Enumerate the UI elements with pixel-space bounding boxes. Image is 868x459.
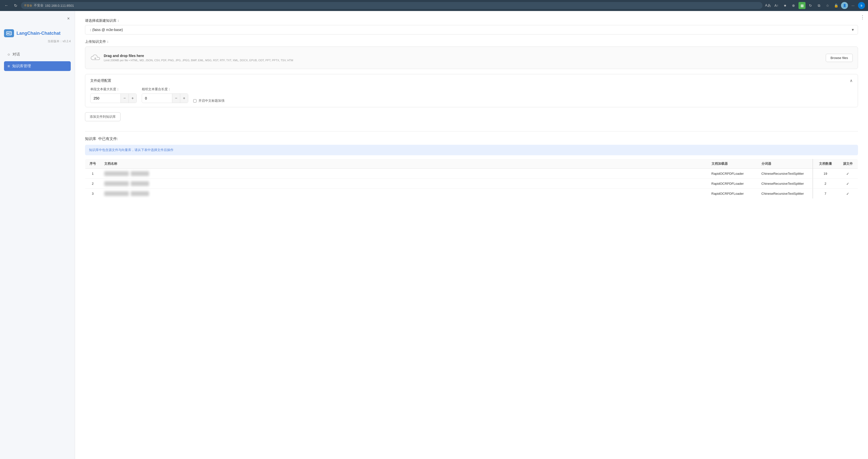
cell-name: XXXXXXXXXX XXXXXXX [100,179,708,189]
overlap-input-wrapper: − + [142,93,188,103]
max-length-input-wrapper: − + [90,93,137,103]
chinese-enhance-text: 开启中文标题加强 [198,98,224,103]
table-row[interactable]: 1 XXXXXXXXXX XXXXXXX RapidOCRPDFLoader C… [85,169,858,179]
profile-avatar[interactable]: 👤 [841,2,848,9]
section-divider [85,131,858,131]
cell-num: 1 [85,169,100,179]
source-checkmark: ✓ [846,172,849,176]
browser-actions: Aあ A↑ ★ ⊕ ▦ ↻ ⧉ ☆ 🔒 👤 ··· b [765,2,865,9]
add-to-kb-button[interactable]: 添加文件到知识库 [85,112,121,121]
lock-btn[interactable]: 🔒 [833,2,839,9]
extensions-btn[interactable]: ▦ [799,2,806,9]
config-collapse-button[interactable]: ∧ [850,78,853,83]
kb-icon: ≡ [7,64,10,68]
config-title: 文件处理配置 [90,79,111,83]
logo-icon [4,29,14,37]
source-checkmark: ✓ [846,192,849,196]
cell-name: XXXXXXXXXX XXXXXXX [100,169,708,179]
upload-title: Drag and drop files here [104,54,293,58]
cell-count: 2 [813,179,838,189]
cell-splitter: ChineseRecursiveTextSplitter [757,169,812,179]
upload-hint: Limit 200MB per file • HTML, MD, JSON, C… [104,59,293,62]
max-length-field: 单段文本最大长度： − + [90,87,137,103]
security-warning-text: 不安全 [34,3,43,8]
cell-source: ✓ [838,169,858,179]
more-btn[interactable]: ··· [849,2,857,9]
th-splitter: 分词器 [757,159,812,169]
config-fields: 单段文本最大长度： − + 相邻文本重合长度： − + [90,87,853,103]
upload-label: 上传知识文件： [85,39,858,44]
kb-files-prefix: 知识库 [85,136,96,141]
upload-zone-left: Drag and drop files here Limit 200MB per… [90,53,293,63]
max-length-plus-button[interactable]: + [128,94,136,103]
th-name: 文档名称 [100,159,708,169]
app-container: × LangChain-Chatchat 当前版本：v0.2.4 ○ 对话 ≡ … [0,11,868,459]
security-warning: 不安全 [24,4,32,7]
back-button[interactable]: ← [3,2,10,9]
kb-select-label: 请选择或新建知识库： [85,19,858,23]
max-length-label: 单段文本最大长度： [90,87,137,92]
chinese-enhance-checkbox[interactable] [193,99,196,102]
svg-point-1 [7,32,9,34]
kb-files-suffix: 中已有文件: [98,136,118,141]
overlap-label: 相邻文本重合长度： [142,87,188,92]
add-btn[interactable]: ⊕ [790,2,797,9]
sidebar-item-kb-manage[interactable]: ≡ 知识库管理 [4,61,71,71]
main-menu-button[interactable]: ⋮ [860,14,865,20]
sidebar-logo: LangChain-Chatchat [4,29,71,37]
cell-splitter: ChineseRecursiveTextSplitter [757,179,812,189]
split-view-btn[interactable]: ⧉ [815,2,823,9]
chat-icon: ○ [7,52,10,57]
kb-info-banner: 知识库中包含源文件与向量库，请从下表中选择文件后操作 [85,145,858,155]
address-bar[interactable]: 不安全 不安全 192.168.0.111:8501 [21,2,763,9]
cell-count: 7 [813,189,838,199]
max-length-minus-button[interactable]: − [121,94,128,103]
th-num: 序号 [85,159,100,169]
config-header: 文件处理配置 ∧ [90,78,853,83]
th-source: 源文件 [838,159,858,169]
chinese-enhance-checkbox-label[interactable]: 开启中文标题加强 [193,98,224,103]
sidebar-version: 当前版本：v0.2.4 [4,39,71,43]
sidebar-item-chat[interactable]: ○ 对话 [4,50,71,59]
sidebar-item-chat-label: 对话 [12,52,20,57]
th-count: 文档数量 [813,159,838,169]
cell-splitter: ChineseRecursiveTextSplitter [757,189,812,199]
overlap-minus-button[interactable]: − [172,94,180,103]
upload-text: Drag and drop files here Limit 200MB per… [104,54,293,62]
overlap-field: 相邻文本重合长度： − + [142,87,188,103]
cloud-upload-icon [90,53,100,63]
sidebar: × LangChain-Chatchat 当前版本：v0.2.4 ○ 对话 ≡ … [0,11,75,459]
kb-select-wrapper: ：(faiss @ m3e-base) ▼ [85,25,858,34]
sidebar-item-kb-label: 知识库管理 [12,64,31,68]
refresh-button[interactable]: ↻ [12,2,19,9]
cell-source: ✓ [838,179,858,189]
overlap-input[interactable] [142,94,172,102]
upload-zone[interactable]: Drag and drop files here Limit 200MB per… [85,47,858,69]
bing-avatar[interactable]: b [858,2,865,9]
favorites-btn[interactable]: ★ [781,2,788,9]
kb-files-header: 知识库 中已有文件: [85,136,858,141]
overlap-plus-button[interactable]: + [180,94,188,103]
source-checkmark: ✓ [846,182,849,186]
translate-btn[interactable]: Aあ [765,2,772,9]
browse-files-button[interactable]: Browse files [826,54,853,62]
browser-chrome: ← ↻ 不安全 不安全 192.168.0.111:8501 Aあ A↑ ★ ⊕… [0,0,868,11]
main-content: ⋮ 请选择或新建知识库： ：(faiss @ m3e-base) ▼ 上传知识文… [75,11,868,459]
cell-count: 19 [813,169,838,179]
sidebar-close-button[interactable]: × [66,15,71,22]
table-body: 1 XXXXXXXXXX XXXXXXX RapidOCRPDFLoader C… [85,169,858,199]
refresh-btn2[interactable]: ↻ [807,2,814,9]
config-section: 文件处理配置 ∧ 单段文本最大长度： − + 相邻文本重合长度： − [85,74,858,107]
table-row[interactable]: 3 XXXXXXXXXX XXXXXXX RapidOCRPDFLoader C… [85,189,858,199]
kb-select[interactable]: ：(faiss @ m3e-base) [85,25,858,34]
max-length-input[interactable] [91,94,121,102]
cell-num: 2 [85,179,100,189]
cell-loader: RapidOCRPDFLoader [708,169,757,179]
cell-loader: RapidOCRPDFLoader [708,189,757,199]
read-aloud-btn[interactable]: A↑ [773,2,780,9]
cell-source: ✓ [838,189,858,199]
th-loader: 文档加载器 [708,159,757,169]
table-row[interactable]: 2 XXXXXXXXXX XXXXXXX RapidOCRPDFLoader C… [85,179,858,189]
favorites-btn2[interactable]: ☆ [824,2,831,9]
url-text: 192.168.0.111:8501 [45,4,74,7]
